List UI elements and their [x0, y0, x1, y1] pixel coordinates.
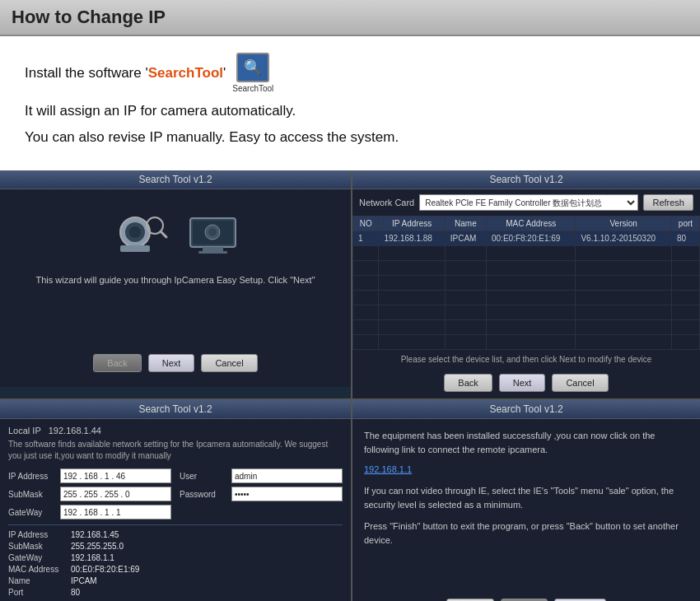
cell-empty	[445, 291, 486, 305]
ip-form-top: IP Address User SubMask Password GateWay	[8, 468, 343, 519]
cell-empty	[353, 261, 379, 276]
cell-empty	[353, 246, 379, 261]
cell-empty	[379, 246, 445, 261]
password-group: Password	[180, 487, 343, 501]
wizard-description: This wizard will guide you through IpCam…	[35, 274, 315, 287]
local-ip-row: Local IP 192.168.1.44	[8, 426, 343, 436]
gateway-input[interactable]	[60, 505, 171, 519]
panel3-body: Local IP 192.168.1.44 The software finds…	[0, 419, 351, 601]
intro-prefix: Install the software '	[25, 65, 148, 82]
scan-footer-text: Please select the device list, and then …	[352, 350, 700, 369]
page-title: How to Change IP	[12, 7, 688, 28]
cell-empty	[445, 305, 486, 320]
user-group: User	[180, 468, 343, 483]
table-row-empty	[353, 305, 700, 320]
gateway-label: GateWay	[8, 508, 58, 517]
panel1-next-button[interactable]: Next	[148, 354, 195, 372]
search-tool-icon: 🔍	[236, 53, 269, 82]
cell-port: 80	[671, 231, 699, 246]
intro-highlight: SearchTool	[148, 65, 223, 82]
refresh-button[interactable]: Refresh	[643, 194, 693, 211]
table-row[interactable]: 1192.168.1.88IPCAM00:E0:F8:20:E1:69V6.1.…	[353, 231, 700, 246]
cell-empty	[379, 276, 445, 291]
ip-address-input[interactable]	[60, 468, 171, 483]
cell-empty	[379, 261, 445, 276]
panel2-buttons: Back Next Cancel	[352, 369, 700, 398]
submask2-value: 255.255.255.0	[71, 542, 343, 551]
success-link[interactable]: 192.168.1.1	[364, 464, 688, 474]
device-table: NO IP Address Name MAC Address Version p…	[352, 216, 700, 350]
cell-empty	[576, 291, 672, 305]
auto-assign-text: The software finds available network set…	[8, 439, 343, 462]
password-input[interactable]	[231, 487, 343, 501]
camera-icon	[112, 214, 170, 259]
cell-empty	[576, 335, 672, 350]
svg-rect-9	[198, 251, 227, 254]
ip-address-group: IP Address	[8, 468, 171, 483]
table-row-empty	[353, 276, 700, 291]
panel3-title: Search Tool v1.2	[0, 400, 351, 419]
table-header-row: NO IP Address Name MAC Address Version p…	[353, 217, 700, 231]
panel-scan: Search Tool v1.2 Network Card Realtek PC…	[352, 170, 700, 398]
submask-label: SubMask	[8, 490, 58, 499]
panel1-cancel-button[interactable]: Cancel	[201, 354, 257, 372]
cell-empty	[487, 261, 576, 276]
cell-empty	[487, 246, 576, 261]
cell-mac: 00:E0:F8:20:E1:69	[487, 231, 576, 246]
mac-label: MAC Address	[8, 565, 66, 574]
user-input[interactable]	[231, 468, 343, 483]
cell-empty	[671, 291, 699, 305]
panel1-back-button[interactable]: Back	[93, 354, 141, 372]
cell-empty	[487, 291, 576, 305]
panel2-next-button[interactable]: Next	[499, 374, 546, 392]
panels-grid: Search Tool v1.2	[0, 170, 700, 601]
panel2-back-button[interactable]: Back	[444, 374, 492, 392]
scan-header: Network Card Realtek PCle FE Family Cont…	[352, 189, 700, 216]
gateway-group: GateWay	[8, 505, 171, 519]
intro-line3: You can also revise IP manually. Easy to…	[25, 129, 675, 146]
cell-empty	[445, 261, 486, 276]
cell-empty	[671, 261, 699, 276]
col-mac: MAC Address	[487, 217, 576, 231]
col-ip: IP Address	[379, 217, 445, 231]
submask-group: SubMask	[8, 487, 171, 501]
panel4-body: The equipment has been installed success…	[352, 419, 700, 601]
col-version: Version	[576, 217, 672, 231]
panel-success: Search Tool v1.2 The equipment has been …	[352, 400, 700, 601]
cell-empty	[379, 320, 445, 335]
cell-empty	[353, 276, 379, 291]
port-label: Port	[8, 588, 66, 597]
finish-note: Press "Finish" button to exit the progra…	[364, 519, 688, 547]
local-ip-value: 192.168.1.44	[49, 426, 101, 436]
cell-empty	[671, 305, 699, 320]
mac-value: 00:E0:F8:20:E1:69	[71, 565, 343, 574]
gateway2-value: 192.168.1.1	[71, 553, 343, 562]
col-no: NO	[353, 217, 379, 231]
port-value: 80	[71, 588, 343, 597]
table-row-empty	[353, 320, 700, 335]
cell-empty	[353, 320, 379, 335]
cell-empty	[576, 246, 672, 261]
svg-rect-8	[203, 247, 223, 251]
panel-wizard: Search Tool v1.2	[0, 170, 351, 398]
cell-empty	[576, 320, 672, 335]
ip2-label: IP Address	[8, 530, 66, 539]
svg-line-5	[161, 231, 166, 237]
network-card-select[interactable]: Realtek PCle FE Family Controller 数据包计划总	[419, 194, 638, 211]
panel2-cancel-button[interactable]: Cancel	[552, 374, 608, 392]
cell-empty	[445, 246, 486, 261]
submask-input[interactable]	[60, 487, 171, 501]
intro-line1: Install the software ' SearchTool ' 🔍 Se…	[25, 53, 675, 93]
panel1-body: This wizard will guide you through IpCam…	[0, 189, 351, 387]
panel4-buttons: Back Next Finish	[364, 594, 688, 601]
user-label: User	[180, 472, 229, 481]
cell-empty	[445, 320, 486, 335]
intro-section: Install the software ' SearchTool ' 🔍 Se…	[0, 36, 700, 164]
submask2-label: SubMask	[8, 542, 66, 551]
cell-no: 1	[353, 231, 379, 246]
wizard-icons	[112, 214, 240, 259]
cell-empty	[379, 335, 445, 350]
table-row-empty	[353, 291, 700, 305]
ie-note: If you can not video through IE, select …	[364, 484, 688, 511]
ip-label: IP Address	[8, 472, 58, 481]
